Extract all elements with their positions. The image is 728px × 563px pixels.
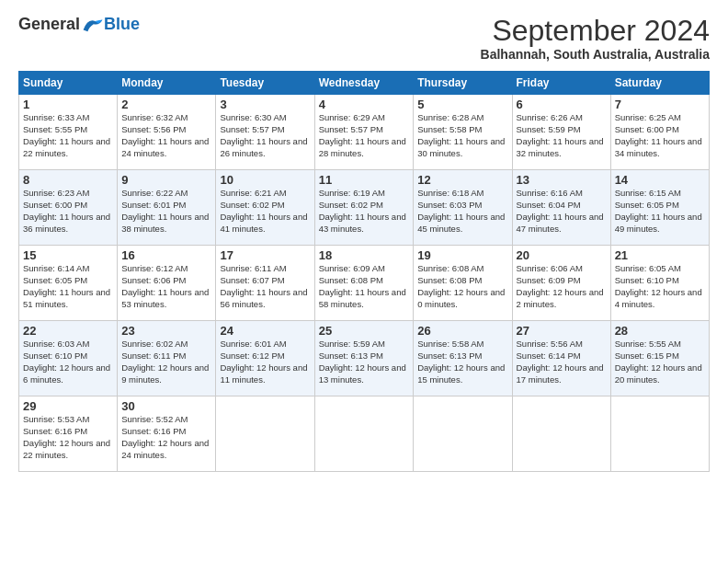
calendar-day-header: Thursday <box>414 72 512 95</box>
day-number: 12 <box>417 173 507 187</box>
calendar-day-cell: 7Sunrise: 6:25 AMSunset: 6:00 PMDaylight… <box>610 95 709 170</box>
calendar-day-cell <box>512 396 610 472</box>
calendar-day-cell: 11Sunrise: 6:19 AMSunset: 6:02 PMDayligh… <box>314 170 414 246</box>
day-number: 8 <box>23 173 113 187</box>
day-number: 29 <box>23 399 113 413</box>
day-sun-info: Sunrise: 6:22 AMSunset: 6:01 PMDaylight:… <box>121 188 211 235</box>
calendar-week-row: 1Sunrise: 6:33 AMSunset: 5:55 PMDaylight… <box>19 95 710 170</box>
day-sun-info: Sunrise: 6:08 AMSunset: 6:08 PMDaylight:… <box>417 263 507 310</box>
calendar-day-cell: 27Sunrise: 5:56 AMSunset: 6:14 PMDayligh… <box>512 321 610 396</box>
calendar-day-cell: 15Sunrise: 6:14 AMSunset: 6:05 PMDayligh… <box>19 246 118 321</box>
day-sun-info: Sunrise: 6:25 AMSunset: 6:00 PMDaylight:… <box>615 112 705 159</box>
calendar-day-cell: 18Sunrise: 6:09 AMSunset: 6:08 PMDayligh… <box>314 246 414 321</box>
day-sun-info: Sunrise: 6:29 AMSunset: 5:57 PMDaylight:… <box>319 112 410 159</box>
day-number: 13 <box>517 173 607 187</box>
calendar-day-cell: 16Sunrise: 6:12 AMSunset: 6:06 PMDayligh… <box>118 246 216 321</box>
calendar-week-row: 15Sunrise: 6:14 AMSunset: 6:05 PMDayligh… <box>19 246 710 321</box>
calendar-day-cell: 17Sunrise: 6:11 AMSunset: 6:07 PMDayligh… <box>216 246 314 321</box>
day-number: 3 <box>220 98 310 111</box>
calendar-week-row: 22Sunrise: 6:03 AMSunset: 6:10 PMDayligh… <box>19 321 710 396</box>
calendar-day-header: Saturday <box>610 72 709 95</box>
day-sun-info: Sunrise: 6:09 AMSunset: 6:08 PMDaylight:… <box>319 263 410 310</box>
calendar-day-cell: 1Sunrise: 6:33 AMSunset: 5:55 PMDaylight… <box>19 95 118 170</box>
calendar-day-cell <box>216 396 314 472</box>
day-number: 5 <box>417 98 507 111</box>
day-sun-info: Sunrise: 6:03 AMSunset: 6:10 PMDaylight:… <box>23 339 113 385</box>
calendar-day-cell: 12Sunrise: 6:18 AMSunset: 6:03 PMDayligh… <box>414 170 512 246</box>
day-number: 28 <box>615 324 705 338</box>
day-number: 25 <box>319 324 410 338</box>
day-number: 18 <box>319 248 410 262</box>
day-sun-info: Sunrise: 6:18 AMSunset: 6:03 PMDaylight:… <box>417 188 507 235</box>
day-number: 9 <box>121 173 211 187</box>
day-number: 11 <box>319 173 410 187</box>
day-sun-info: Sunrise: 5:58 AMSunset: 6:13 PMDaylight:… <box>417 339 507 385</box>
day-number: 6 <box>517 98 607 111</box>
calendar-page: General Blue September 2024 Balhannah, S… <box>0 0 728 563</box>
location-subtitle: Balhannah, South Australia, Australia <box>481 47 710 62</box>
day-number: 24 <box>220 324 310 338</box>
day-number: 22 <box>23 324 113 338</box>
calendar-day-cell: 4Sunrise: 6:29 AMSunset: 5:57 PMDaylight… <box>314 95 414 170</box>
day-sun-info: Sunrise: 6:15 AMSunset: 6:05 PMDaylight:… <box>615 188 705 235</box>
day-number: 16 <box>121 248 211 262</box>
calendar-day-cell: 29Sunrise: 5:53 AMSunset: 6:16 PMDayligh… <box>19 396 118 472</box>
day-number: 30 <box>121 399 211 413</box>
calendar-day-header: Sunday <box>19 72 118 95</box>
calendar-day-header: Monday <box>118 72 216 95</box>
day-sun-info: Sunrise: 6:28 AMSunset: 5:58 PMDaylight:… <box>417 112 507 159</box>
day-sun-info: Sunrise: 5:53 AMSunset: 6:16 PMDaylight:… <box>23 414 113 461</box>
calendar-day-cell: 9Sunrise: 6:22 AMSunset: 6:01 PMDaylight… <box>118 170 216 246</box>
calendar-day-cell: 14Sunrise: 6:15 AMSunset: 6:05 PMDayligh… <box>610 170 709 246</box>
calendar-day-cell <box>414 396 512 472</box>
calendar-day-cell: 6Sunrise: 6:26 AMSunset: 5:59 PMDaylight… <box>512 95 610 170</box>
day-sun-info: Sunrise: 5:52 AMSunset: 6:16 PMDaylight:… <box>121 414 211 461</box>
day-number: 21 <box>615 248 705 262</box>
day-sun-info: Sunrise: 6:01 AMSunset: 6:12 PMDaylight:… <box>220 339 310 385</box>
calendar-day-header: Friday <box>512 72 610 95</box>
day-sun-info: Sunrise: 6:11 AMSunset: 6:07 PMDaylight:… <box>220 263 310 310</box>
day-sun-info: Sunrise: 6:06 AMSunset: 6:09 PMDaylight:… <box>517 263 607 310</box>
day-sun-info: Sunrise: 5:56 AMSunset: 6:14 PMDaylight:… <box>517 339 607 385</box>
day-sun-info: Sunrise: 6:19 AMSunset: 6:02 PMDaylight:… <box>319 188 410 235</box>
day-number: 27 <box>517 324 607 338</box>
logo-bird-icon <box>82 17 104 33</box>
day-sun-info: Sunrise: 6:30 AMSunset: 5:57 PMDaylight:… <box>220 112 310 159</box>
calendar-day-cell: 28Sunrise: 5:55 AMSunset: 6:15 PMDayligh… <box>610 321 709 396</box>
day-number: 14 <box>615 173 705 187</box>
day-number: 20 <box>517 248 607 262</box>
day-sun-info: Sunrise: 5:59 AMSunset: 6:13 PMDaylight:… <box>319 339 410 385</box>
day-sun-info: Sunrise: 6:14 AMSunset: 6:05 PMDaylight:… <box>23 263 113 310</box>
calendar-day-cell: 26Sunrise: 5:58 AMSunset: 6:13 PMDayligh… <box>414 321 512 396</box>
calendar-day-cell: 8Sunrise: 6:23 AMSunset: 6:00 PMDaylight… <box>19 170 118 246</box>
calendar-day-header: Wednesday <box>314 72 414 95</box>
calendar-day-cell: 13Sunrise: 6:16 AMSunset: 6:04 PMDayligh… <box>512 170 610 246</box>
day-number: 15 <box>23 248 113 262</box>
month-title: September 2024 <box>481 15 710 47</box>
calendar-day-cell: 2Sunrise: 6:32 AMSunset: 5:56 PMDaylight… <box>118 95 216 170</box>
day-number: 19 <box>417 248 507 262</box>
calendar-day-cell: 10Sunrise: 6:21 AMSunset: 6:02 PMDayligh… <box>216 170 314 246</box>
day-sun-info: Sunrise: 6:33 AMSunset: 5:55 PMDaylight:… <box>23 112 113 159</box>
day-sun-info: Sunrise: 6:16 AMSunset: 6:04 PMDaylight:… <box>517 188 607 235</box>
calendar-day-header: Tuesday <box>216 72 314 95</box>
calendar-day-cell: 24Sunrise: 6:01 AMSunset: 6:12 PMDayligh… <box>216 321 314 396</box>
calendar-day-cell: 5Sunrise: 6:28 AMSunset: 5:58 PMDaylight… <box>414 95 512 170</box>
day-sun-info: Sunrise: 6:21 AMSunset: 6:02 PMDaylight:… <box>220 188 310 235</box>
calendar-day-cell: 20Sunrise: 6:06 AMSunset: 6:09 PMDayligh… <box>512 246 610 321</box>
day-sun-info: Sunrise: 6:05 AMSunset: 6:10 PMDaylight:… <box>615 263 705 310</box>
day-number: 17 <box>220 248 310 262</box>
day-number: 26 <box>417 324 507 338</box>
day-sun-info: Sunrise: 6:02 AMSunset: 6:11 PMDaylight:… <box>121 339 211 385</box>
calendar-day-cell: 19Sunrise: 6:08 AMSunset: 6:08 PMDayligh… <box>414 246 512 321</box>
day-number: 1 <box>23 98 113 111</box>
calendar-day-cell: 21Sunrise: 6:05 AMSunset: 6:10 PMDayligh… <box>610 246 709 321</box>
calendar-day-cell: 23Sunrise: 6:02 AMSunset: 6:11 PMDayligh… <box>118 321 216 396</box>
logo-general-text: General <box>18 15 80 34</box>
calendar-table: SundayMondayTuesdayWednesdayThursdayFrid… <box>18 71 710 472</box>
logo-blue-text: Blue <box>104 15 140 34</box>
calendar-day-cell: 30Sunrise: 5:52 AMSunset: 6:16 PMDayligh… <box>118 396 216 472</box>
calendar-week-row: 29Sunrise: 5:53 AMSunset: 6:16 PMDayligh… <box>19 396 710 472</box>
logo: General Blue <box>18 15 140 34</box>
calendar-day-cell: 22Sunrise: 6:03 AMSunset: 6:10 PMDayligh… <box>19 321 118 396</box>
